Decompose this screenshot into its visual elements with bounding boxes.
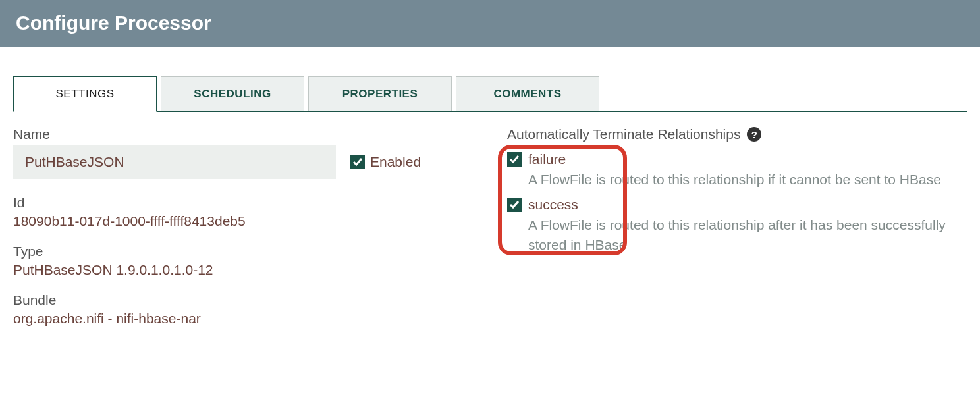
tab-properties[interactable]: PROPERTIES	[308, 76, 452, 111]
relationships-header: Automatically Terminate Relationships ?	[507, 126, 967, 142]
relationship-name: failure	[528, 151, 566, 167]
enabled-toggle[interactable]: Enabled	[350, 154, 421, 170]
name-row: Enabled	[13, 145, 468, 179]
right-column: Automatically Terminate Relationships ? …	[507, 126, 967, 341]
relationship-description: A FlowFile is routed to this relationshi…	[528, 215, 950, 254]
dialog-title: Configure Processor	[16, 12, 211, 34]
relationship-item: failure A FlowFile is routed to this rel…	[507, 151, 967, 189]
bundle-label: Bundle	[13, 292, 468, 308]
relationship-item: success A FlowFile is routed to this rel…	[507, 197, 967, 254]
id-value: 18090b11-017d-1000-ffff-ffff8413deb5	[13, 213, 468, 229]
type-value: PutHBaseJSON 1.9.0.1.0.1.0-12	[13, 262, 468, 278]
help-icon[interactable]: ?	[747, 127, 761, 142]
relationships-list: failure A FlowFile is routed to this rel…	[507, 151, 967, 254]
tab-label: COMMENTS	[493, 88, 561, 100]
relationship-name: success	[528, 197, 578, 213]
enabled-label: Enabled	[370, 154, 421, 170]
name-input[interactable]	[13, 145, 336, 179]
left-column: Name Enabled Id 18090b11-017d-1000-ffff-…	[13, 126, 468, 341]
checkbox-checked-icon	[507, 198, 522, 212]
checkbox-checked-icon	[507, 152, 522, 167]
relationship-failure[interactable]: failure	[507, 151, 967, 167]
tab-comments[interactable]: COMMENTS	[456, 76, 599, 111]
type-label: Type	[13, 244, 468, 259]
tab-label: SCHEDULING	[194, 88, 271, 100]
tab-settings[interactable]: SETTINGS	[13, 76, 157, 112]
id-label: Id	[13, 195, 468, 211]
name-label: Name	[13, 126, 468, 142]
relationship-success[interactable]: success	[507, 197, 967, 213]
tab-bar: SETTINGS SCHEDULING PROPERTIES COMMENTS	[13, 76, 967, 112]
dialog-header: Configure Processor	[0, 0, 980, 47]
dialog-content: SETTINGS SCHEDULING PROPERTIES COMMENTS …	[0, 76, 980, 341]
tab-label: PROPERTIES	[342, 88, 418, 100]
bundle-block: Bundle org.apache.nifi - nifi-hbase-nar	[13, 292, 468, 327]
settings-panel: Name Enabled Id 18090b11-017d-1000-ffff-…	[13, 112, 967, 341]
tab-scheduling[interactable]: SCHEDULING	[161, 76, 304, 111]
type-block: Type PutHBaseJSON 1.9.0.1.0.1.0-12	[13, 244, 468, 278]
relationships-label: Automatically Terminate Relationships	[507, 126, 740, 142]
relationship-description: A FlowFile is routed to this relationshi…	[528, 170, 950, 189]
tab-label: SETTINGS	[55, 88, 114, 100]
checkbox-checked-icon	[350, 155, 365, 169]
id-block: Id 18090b11-017d-1000-ffff-ffff8413deb5	[13, 195, 468, 229]
bundle-value: org.apache.nifi - nifi-hbase-nar	[13, 311, 468, 327]
